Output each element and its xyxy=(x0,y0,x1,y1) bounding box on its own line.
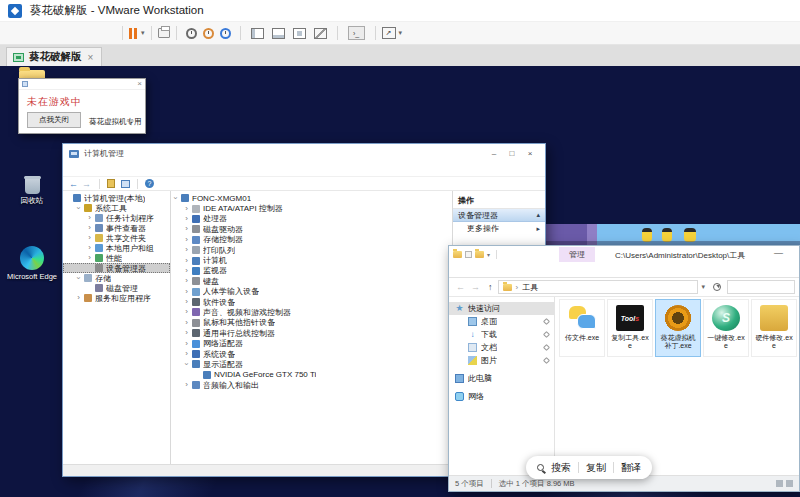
vm-display[interactable]: 回收站 Microsoft Edge 工具 × 未在游戏中 点我关闭 葵花虚拟机… xyxy=(0,66,800,497)
expander-icon[interactable] xyxy=(74,204,83,212)
translate-action[interactable]: 翻译 xyxy=(621,461,641,475)
menu-item[interactable] xyxy=(8,30,24,36)
close-icon[interactable]: × xyxy=(137,80,142,88)
device-item[interactable]: FONC-XMGM01 xyxy=(171,193,452,203)
tree-item[interactable]: 系统工具 xyxy=(63,203,170,213)
back-icon[interactable]: ← xyxy=(456,282,465,292)
refresh-icon[interactable] xyxy=(713,283,721,291)
expander-icon[interactable] xyxy=(182,236,191,244)
console-view-icon[interactable]: ›_ xyxy=(348,26,365,40)
expander-icon[interactable] xyxy=(85,234,94,242)
menu-item[interactable] xyxy=(72,30,88,36)
breadcrumb-folder[interactable]: 工具 xyxy=(522,282,538,293)
expander-icon[interactable] xyxy=(171,194,180,202)
expander-icon[interactable] xyxy=(74,294,83,302)
expander-icon[interactable] xyxy=(182,288,191,296)
expander-icon[interactable] xyxy=(85,214,94,222)
desktop-icon[interactable]: Microsoft Edge xyxy=(4,246,60,282)
menu-item[interactable] xyxy=(40,30,56,36)
file-explorer-window[interactable]: ▾ 管理 C:\Users\Administrator\Desktop\工具 —… xyxy=(448,245,800,492)
tree-item[interactable]: 本地用户和组 xyxy=(63,243,170,253)
file-item[interactable]: 复制工具.exe xyxy=(607,299,653,357)
device-item[interactable]: 系统设备 xyxy=(171,349,452,359)
device-item[interactable]: 计算机 xyxy=(171,255,452,265)
expander-icon[interactable] xyxy=(182,340,191,348)
chevron-down-icon[interactable]: ▾ xyxy=(487,251,490,258)
tree-item[interactable]: 计算机管理(本地) xyxy=(63,193,170,203)
expander-icon[interactable] xyxy=(74,274,83,282)
print-icon[interactable] xyxy=(158,28,170,38)
ribbon-tab[interactable] xyxy=(481,263,497,277)
manage-contextual-tab[interactable]: 管理 xyxy=(559,247,595,262)
manage-snapshots-icon[interactable] xyxy=(220,28,231,39)
device-item[interactable]: 监视器 xyxy=(171,266,452,276)
device-item[interactable]: 通用串行总线控制器 xyxy=(171,328,452,338)
search-icon[interactable] xyxy=(537,464,544,471)
qat-button-icon[interactable] xyxy=(465,251,472,258)
back-icon[interactable]: ← xyxy=(69,179,78,189)
expander-icon[interactable] xyxy=(182,215,191,223)
expander-icon[interactable] xyxy=(182,360,191,368)
show-console-tree-icon[interactable] xyxy=(107,179,115,188)
expand-display-icon[interactable]: ↗ xyxy=(382,27,396,39)
close-button[interactable]: × xyxy=(521,149,539,158)
expander-icon[interactable] xyxy=(182,308,191,316)
menu-item[interactable] xyxy=(56,30,72,36)
file-item[interactable]: 硬件修改.exe xyxy=(751,299,797,357)
minimize-button[interactable]: – xyxy=(485,149,503,158)
unity-mode-icon[interactable] xyxy=(314,28,327,39)
device-item[interactable]: 软件设备 xyxy=(171,297,452,307)
device-item[interactable]: 打印队列 xyxy=(171,245,452,255)
help-icon[interactable]: ? xyxy=(145,179,154,188)
tree-item[interactable]: 事件查看器 xyxy=(63,223,170,233)
actions-device-manager[interactable]: 设备管理器 ▴ xyxy=(453,209,545,222)
device-item[interactable]: IDE ATA/ATAPI 控制器 xyxy=(171,203,452,213)
up-icon[interactable]: ↑ xyxy=(488,282,493,292)
chevron-down-icon[interactable]: ▾ xyxy=(141,29,145,37)
ribbon-tab[interactable] xyxy=(513,263,529,277)
device-item[interactable]: 处理器 xyxy=(171,214,452,224)
copy-action[interactable]: 复制 xyxy=(586,461,606,475)
tree-item[interactable]: 任务计划程序 xyxy=(63,213,170,223)
forward-icon[interactable]: → xyxy=(82,179,91,189)
ribbon-tab[interactable] xyxy=(449,263,465,277)
ribbon-tab[interactable] xyxy=(465,263,481,277)
expander-icon[interactable] xyxy=(182,319,191,327)
folder-icon[interactable] xyxy=(475,251,484,258)
collapse-icon[interactable]: ▴ xyxy=(536,211,540,219)
show-properties-icon[interactable] xyxy=(121,180,130,188)
forward-icon[interactable]: → xyxy=(471,282,480,292)
sidebar-item[interactable]: 网络 xyxy=(449,390,554,403)
expander-icon[interactable] xyxy=(182,257,191,265)
expander-icon[interactable] xyxy=(182,277,191,285)
tree-item[interactable]: 性能 xyxy=(63,253,170,263)
expander-icon[interactable] xyxy=(182,267,191,275)
popup-titlebar[interactable]: × xyxy=(19,79,145,90)
details-view-icon[interactable] xyxy=(776,480,783,487)
expander-icon[interactable] xyxy=(85,224,94,232)
vm-tab[interactable]: 葵花破解版 × xyxy=(6,47,102,66)
sidebar-item[interactable]: 此电脑 xyxy=(449,372,554,385)
file-item[interactable]: 葵花虚拟机补丁.exe xyxy=(655,299,701,357)
revert-snapshot-icon[interactable] xyxy=(203,28,214,39)
chevron-down-icon[interactable]: ▾ xyxy=(399,29,403,37)
sidebar-item[interactable]: 下载 xyxy=(449,328,554,341)
actions-more[interactable]: 更多操作 ▸ xyxy=(453,222,545,235)
sidebar-item[interactable]: 桌面 xyxy=(449,315,554,328)
expander-icon[interactable] xyxy=(85,254,94,262)
tree-item[interactable]: 共享文件夹 xyxy=(63,233,170,243)
expander-icon[interactable] xyxy=(182,246,191,254)
expander-icon[interactable] xyxy=(85,244,94,252)
explorer-titlebar[interactable]: ▾ 管理 C:\Users\Administrator\Desktop\工具 — xyxy=(449,246,799,263)
sidebar-item[interactable]: 图片 xyxy=(449,354,554,367)
ribbon-tab[interactable] xyxy=(497,263,513,277)
sidebar-item[interactable]: 快速访问 xyxy=(449,302,554,315)
game-status-popup[interactable]: × 未在游戏中 点我关闭 葵花虚拟机专用 xyxy=(18,78,146,134)
device-item[interactable]: 键盘 xyxy=(171,276,452,286)
search-input[interactable] xyxy=(727,280,795,294)
tree-item[interactable]: 服务和应用程序 xyxy=(63,293,170,303)
thumbnail-view-icon[interactable] xyxy=(786,480,793,487)
cm-titlebar[interactable]: 计算机管理 – □ × xyxy=(63,144,545,163)
menu-item[interactable] xyxy=(88,30,104,36)
breadcrumb[interactable]: › 工具 xyxy=(498,280,698,294)
